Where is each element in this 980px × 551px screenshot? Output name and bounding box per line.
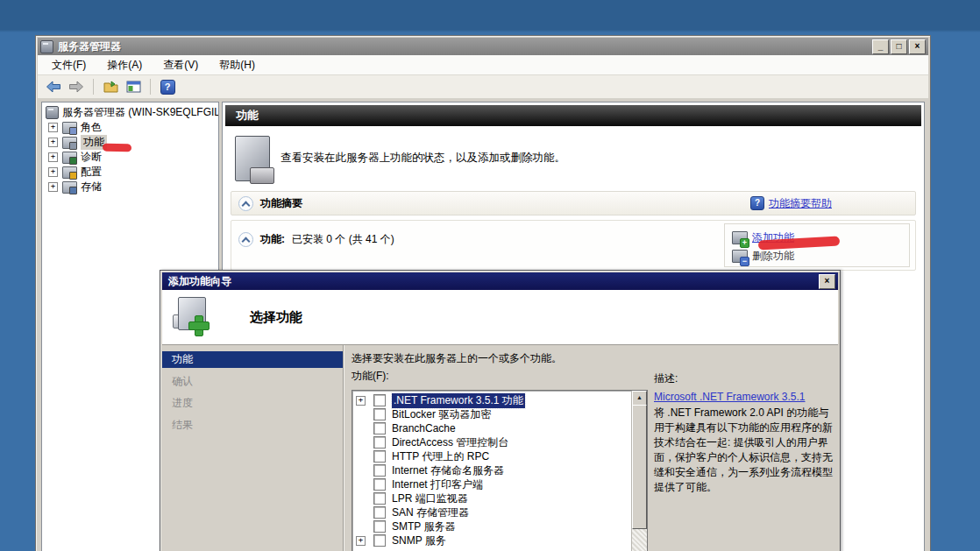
expand-icon[interactable]: + (356, 396, 366, 406)
feature-row[interactable]: SAN 存储管理器 (352, 505, 647, 519)
menu-view[interactable]: 查看(V) (154, 55, 207, 75)
feature-label[interactable]: BranchCache (392, 422, 456, 434)
tree-item-configuration[interactable]: + 配置 (42, 165, 218, 180)
feature-row[interactable]: + .NET Framework 3.5.1 功能 (352, 393, 647, 407)
toolbar-separator (150, 79, 151, 95)
feature-checkbox[interactable] (373, 464, 386, 477)
expand-icon[interactable]: + (48, 152, 58, 162)
feature-checkbox[interactable] (373, 436, 386, 449)
menu-help[interactable]: 帮助(H) (210, 55, 264, 75)
configuration-icon (62, 166, 77, 179)
add-features-wizard-icon (173, 297, 211, 336)
tree-item-label: 存储 (81, 180, 102, 194)
feature-checkbox[interactable] (373, 450, 386, 463)
remove-features-link[interactable]: 删除功能 (752, 249, 794, 264)
summary-help-link[interactable]: 功能摘要帮助 (769, 196, 832, 211)
forward-icon[interactable] (67, 78, 85, 95)
description-panel: Microsoft .NET Framework 3.5.1 将 .NET Fr… (654, 390, 834, 495)
tree-root-server-manager[interactable]: 服务器管理器 (WIN-SK9EQLFGIL (42, 105, 218, 120)
feature-label[interactable]: .NET Framework 3.5.1 功能 (392, 393, 525, 408)
remove-features-icon (732, 250, 748, 263)
description-text: 将 .NET Framework 2.0 API 的功能与用于构建具有以下功能的… (654, 406, 834, 495)
expand-icon[interactable]: + (48, 138, 58, 147)
window-titlebar[interactable]: 服务器管理器 _ □ × (38, 38, 928, 55)
feature-label[interactable]: Internet 存储命名服务器 (392, 463, 504, 478)
step-confirmation[interactable]: 确认 (162, 373, 343, 390)
feature-checkbox[interactable] (373, 394, 386, 406)
desktop: 服务器管理器 _ □ × 文件(F) 操作(A) 查看(V) 帮助(H) (0, 0, 980, 551)
summary-title: 功能摘要 (260, 196, 302, 211)
feature-row[interactable]: + SNMP 服务 (352, 533, 647, 547)
back-icon[interactable] (45, 78, 62, 95)
tree-item-label: 诊断 (81, 150, 102, 165)
open-folder-icon[interactable] (102, 78, 119, 95)
feature-checkbox[interactable] (373, 506, 386, 519)
feature-label[interactable]: SNMP 服务 (392, 533, 446, 548)
roles-icon (62, 122, 77, 134)
add-features-wizard-dialog: 添加功能向导 × 选择功能 功能 确认 进度 结果 选择要安装在此服务器上的一个… (160, 270, 841, 551)
features-icon (62, 137, 77, 149)
features-summary-header: 功能摘要 ? 功能摘要帮助 (231, 191, 916, 215)
expand-icon[interactable]: + (356, 536, 366, 546)
feature-label[interactable]: SMTP 服务器 (392, 519, 455, 534)
summary-row-label: 功能: (260, 232, 285, 247)
feature-label[interactable]: HTTP 代理上的 RPC (392, 449, 489, 464)
expand-icon[interactable]: + (48, 182, 58, 192)
feature-checkbox[interactable] (373, 408, 386, 420)
feature-row[interactable]: LPR 端口监视器 (352, 491, 647, 505)
scrollbar[interactable]: ▲ (631, 391, 647, 551)
storage-icon (62, 181, 77, 194)
feature-label[interactable]: SAN 存储管理器 (392, 505, 469, 520)
feature-label[interactable]: BitLocker 驱动器加密 (392, 407, 491, 422)
feature-label[interactable]: LPR 端口监视器 (392, 491, 468, 506)
feature-row[interactable]: DirectAccess 管理控制台 (352, 435, 647, 449)
feature-listbox[interactable]: + .NET Framework 3.5.1 功能 BitLocker 驱动器加… (352, 390, 648, 551)
window-controls: _ □ × (872, 39, 926, 54)
framework-description-link[interactable]: Microsoft .NET Framework 3.5.1 (654, 390, 806, 405)
feature-row[interactable]: HTTP 代理上的 RPC (352, 449, 647, 463)
step-progress[interactable]: 进度 (162, 395, 343, 412)
feature-row[interactable]: Internet 存储命名服务器 (352, 463, 647, 477)
menu-file[interactable]: 文件(F) (43, 55, 95, 75)
dialog-titlebar[interactable]: 添加功能向导 × (162, 272, 838, 290)
feature-checkbox[interactable] (373, 478, 386, 491)
menu-action[interactable]: 操作(A) (98, 55, 151, 75)
help-icon[interactable]: ? (159, 78, 176, 95)
diagnostics-icon (62, 152, 77, 164)
dialog-close-button[interactable]: × (819, 274, 835, 289)
step-features[interactable]: 功能 (162, 351, 343, 368)
feature-checkbox[interactable] (373, 422, 386, 434)
feature-row[interactable]: BranchCache (352, 421, 647, 435)
maximize-button[interactable]: □ (891, 39, 907, 54)
page-title: 功能 (225, 105, 921, 126)
expand-icon[interactable]: + (48, 123, 58, 132)
feature-row[interactable]: Internet 打印客户端 (352, 477, 647, 491)
minimize-button[interactable]: _ (872, 39, 889, 54)
tree-item-diagnostics[interactable]: + 诊断 (42, 150, 218, 165)
feature-label[interactable]: DirectAccess 管理控制台 (392, 435, 508, 450)
wizard-steps: 功能 确认 进度 结果 (162, 345, 343, 551)
step-results[interactable]: 结果 (162, 417, 343, 434)
toolbar-separator (93, 79, 94, 95)
console-window-icon[interactable] (124, 78, 142, 95)
feature-checkbox[interactable] (373, 534, 386, 547)
collapse-icon[interactable] (238, 232, 253, 247)
feature-checkbox[interactable] (373, 520, 386, 533)
menu-bar: 文件(F) 操作(A) 查看(V) 帮助(H) (38, 55, 928, 75)
add-features-icon (732, 231, 748, 244)
feature-row[interactable]: BitLocker 驱动器加密 (352, 407, 647, 421)
remove-features-action[interactable]: 删除功能 (732, 247, 909, 265)
server-manager-icon (40, 40, 53, 53)
feature-label[interactable]: Internet 打印客户端 (392, 477, 483, 492)
scrollbar-thumb[interactable] (632, 405, 647, 529)
feature-list-label: 功能(F): (352, 369, 389, 384)
collapse-icon[interactable] (238, 196, 253, 211)
tree-item-storage[interactable]: + 存储 (42, 180, 218, 194)
feature-checkbox[interactable] (373, 492, 386, 505)
tree-item-roles[interactable]: + 角色 (42, 120, 218, 135)
annotation-stroke-features (103, 144, 131, 152)
close-button[interactable]: × (909, 39, 926, 54)
toolbar: ? (38, 75, 928, 99)
expand-icon[interactable]: + (48, 167, 58, 177)
feature-row[interactable]: SMTP 服务器 (352, 519, 647, 533)
